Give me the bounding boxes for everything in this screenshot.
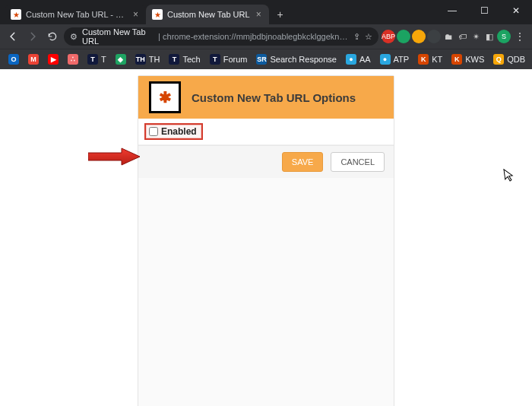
annotation-arrow-icon <box>88 147 141 167</box>
tab-title: Custom New Tab URL - Chrome <box>26 10 127 19</box>
tab-favicon-icon: ★ <box>11 9 21 20</box>
bookmark-kws[interactable]: KKWS <box>448 52 488 66</box>
tab-0[interactable]: ★ Custom New Tab URL - Chrome × <box>5 5 146 24</box>
bookmark-star-icon[interactable]: ☆ <box>365 32 372 42</box>
lambda-icon: ◆ <box>116 54 126 65</box>
bookmark-aa[interactable]: ●AA <box>342 52 375 66</box>
forward-button[interactable] <box>24 28 41 45</box>
tag-ext[interactable]: 🏷 <box>456 30 468 43</box>
tab-1[interactable]: ★ Custom New Tab URL × <box>146 5 269 24</box>
bookmark-label: AA <box>359 55 371 64</box>
abp-badge[interactable]: ABP <box>382 30 395 43</box>
enabled-checkbox[interactable] <box>149 127 158 136</box>
gmail-icon: M <box>28 54 39 65</box>
bookmark-label: ATP <box>394 55 410 64</box>
extension-tray: ABP 🖿🏷✴◧ S ⋮ <box>382 30 527 43</box>
bookmark-label: Forum <box>223 55 248 64</box>
aa-icon: ● <box>346 54 356 65</box>
bookmark-label: Search Response <box>270 55 336 64</box>
bookmark-label: KT <box>432 55 442 64</box>
tech-icon: T <box>169 54 179 65</box>
bookmark-gmail[interactable]: M <box>24 52 43 66</box>
options-title: Custom New Tab URL Options <box>192 91 356 104</box>
tab-favicon-icon: ★ <box>152 9 163 20</box>
site-info-icon[interactable]: ⚙ <box>70 32 78 42</box>
minimize-button[interactable]: — <box>436 0 468 21</box>
orange-dot[interactable] <box>412 30 426 43</box>
bookmark-forum[interactable]: TForum <box>206 52 252 66</box>
close-window-button[interactable]: ✕ <box>500 0 532 21</box>
toolbar: ⚙ Custom New Tab URL | chrome-extension:… <box>0 24 532 49</box>
puzzle-ext[interactable]: ✴ <box>470 30 482 43</box>
address-bar[interactable]: ⚙ Custom New Tab URL | chrome-extension:… <box>64 27 378 46</box>
enabled-row: Enabled <box>138 119 394 145</box>
kt-icon: K <box>418 54 429 65</box>
back-button[interactable] <box>5 28 21 45</box>
share-icon[interactable]: ⇪ <box>353 32 360 42</box>
cancel-button[interactable]: CANCEL <box>331 152 385 172</box>
extension-logo-icon: ✱ <box>149 81 181 113</box>
bookmark-asana[interactable]: ∴ <box>64 52 82 66</box>
folder-ext[interactable]: 🖿 <box>442 30 454 43</box>
youtube-icon: ▶ <box>48 54 59 65</box>
bookmark-kt[interactable]: KKT <box>414 52 446 66</box>
tab-title: Custom New Tab URL <box>167 10 250 19</box>
browser-menu-button[interactable]: ⋮ <box>512 30 527 43</box>
tw-icon: T <box>87 54 98 65</box>
bookmark-search-response[interactable]: SRSearch Response <box>252 52 340 66</box>
asana-icon: ∴ <box>68 54 78 65</box>
save-button[interactable]: SAVE <box>282 152 324 172</box>
bookmark-label: KWS <box>465 55 484 64</box>
bookmark-youtube[interactable]: ▶ <box>44 52 62 66</box>
url-scheme-label: Custom New Tab URL <box>82 27 154 46</box>
url-text: | chrome-extension://mmjbdbjnoablegbkckl… <box>158 32 349 41</box>
outlook-icon: O <box>8 54 19 65</box>
bookmark-tech[interactable]: TTech <box>165 52 204 66</box>
bookmark-lambda[interactable]: ◆ <box>112 52 130 66</box>
svg-marker-0 <box>88 148 140 165</box>
bookmark-label: QDB <box>507 55 525 64</box>
search-response-icon: SR <box>256 54 267 65</box>
window-controls: — ☐ ✕ <box>436 0 532 21</box>
green-dot[interactable] <box>397 30 410 43</box>
kws-icon: K <box>451 54 462 65</box>
th-icon: TH <box>135 54 146 65</box>
maximize-button[interactable]: ☐ <box>468 0 500 21</box>
page-content: ✱ Custom New Tab URL Options Enabled SAV… <box>0 69 532 406</box>
bookmark-atp[interactable]: ●ATP <box>376 52 413 66</box>
options-footer: SAVE CANCEL <box>138 145 394 178</box>
new-tab-button[interactable]: + <box>272 6 289 23</box>
atp-icon: ● <box>380 54 391 65</box>
bookmark-label: TH <box>149 55 160 64</box>
close-icon[interactable]: × <box>255 9 263 20</box>
bookmark-label: Tech <box>182 55 200 64</box>
close-icon[interactable]: × <box>131 9 140 20</box>
bookmarks-bar: OM▶∴TT◆THTHTTechTForumSRSearch Response●… <box>0 49 532 69</box>
forum-icon: T <box>210 54 220 65</box>
options-header: ✱ Custom New Tab URL Options <box>138 76 394 119</box>
dark-dot[interactable] <box>427 30 441 43</box>
options-card: ✱ Custom New Tab URL Options Enabled SAV… <box>138 75 394 406</box>
qdb-icon: Q <box>493 54 504 65</box>
mouse-cursor-icon <box>503 167 515 182</box>
options-body: Enabled <box>138 119 394 145</box>
enabled-label: Enabled <box>161 126 197 137</box>
bookmark-th[interactable]: THTH <box>131 52 164 66</box>
bookmark-tw[interactable]: TT <box>84 52 110 66</box>
browser-titlebar: ★ Custom New Tab URL - Chrome × ★ Custom… <box>0 0 532 24</box>
bookmark-label: T <box>101 55 106 64</box>
enabled-highlight: Enabled <box>144 123 203 140</box>
reload-button[interactable] <box>44 28 61 45</box>
bookmark-outlook[interactable]: O <box>5 52 23 66</box>
profile-avatar[interactable]: S <box>497 30 511 43</box>
bookmark-qdb[interactable]: QQDB <box>489 52 529 66</box>
window-ext[interactable]: ◧ <box>483 30 496 43</box>
